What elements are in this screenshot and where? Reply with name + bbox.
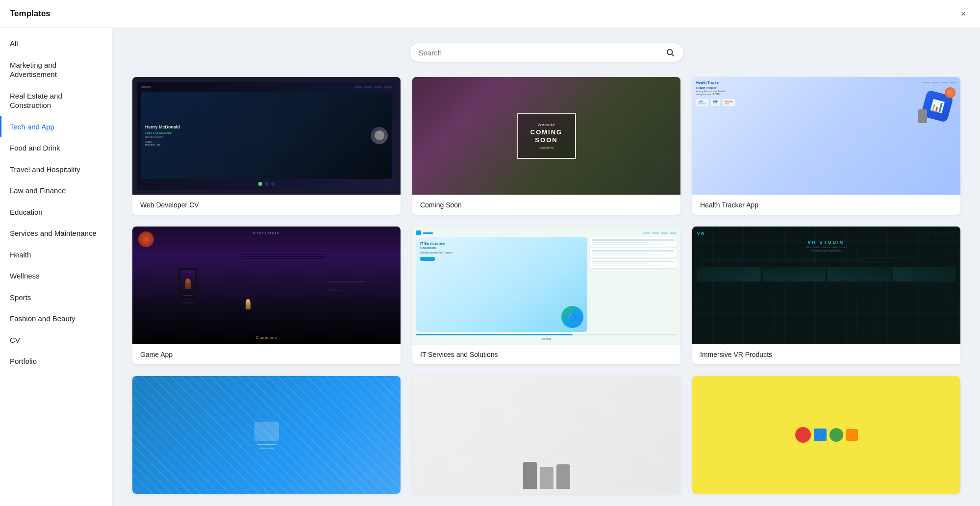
- template-card-it-services[interactable]: IT Services andSolutions Cannabis provid…: [412, 227, 680, 364]
- template-card-health-tracker[interactable]: Health Tracker Health Tracker Among the …: [692, 77, 960, 215]
- main-content: Henry McDonald Front-End Developer Based…: [113, 28, 980, 506]
- sidebar-item-tech[interactable]: Tech and App: [0, 116, 112, 138]
- sidebar-item-health[interactable]: Health: [0, 244, 112, 266]
- sidebar-item-fashion[interactable]: Fashion and Beauty: [0, 308, 112, 329]
- sidebar-item-food[interactable]: Food and Drink: [0, 137, 112, 159]
- search-icon: [666, 48, 675, 57]
- template-thumbnail-coming-soon: Website COMINGSOON Stay tuned: [412, 77, 680, 195]
- search-bar: [409, 43, 684, 62]
- sidebar-item-portfolio[interactable]: Portfolio: [0, 351, 112, 372]
- sidebar-item-sports[interactable]: Sports: [0, 287, 112, 308]
- modal-header: Templates ×: [0, 0, 980, 28]
- sidebar-item-wellness[interactable]: Wellness: [0, 265, 112, 287]
- search-bar-container: [132, 43, 960, 62]
- modal-title: Templates: [10, 9, 50, 19]
- template-thumbnail-web-dev-cv: Henry McDonald Front-End Developer Based…: [132, 77, 401, 195]
- svg-point-0: [667, 50, 673, 55]
- sidebar-item-real-estate[interactable]: Real Estate and Construction: [0, 85, 112, 116]
- template-name-it-services: IT Services and Solutions: [412, 344, 680, 364]
- template-name-coming-soon: Coming Soon: [412, 195, 680, 215]
- template-name-health-tracker: Health Tracker App: [692, 195, 960, 215]
- template-thumbnail-it-services: IT Services andSolutions Cannabis provid…: [412, 227, 680, 344]
- sidebar-item-cv[interactable]: CV: [0, 329, 112, 351]
- sidebar-item-law[interactable]: Law and Finance: [0, 180, 112, 202]
- sidebar: AllMarketing and AdvertisementReal Estat…: [0, 28, 113, 506]
- template-card-bottom-3[interactable]: [692, 376, 960, 494]
- modal-body: AllMarketing and AdvertisementReal Estat…: [0, 28, 980, 506]
- sidebar-item-services[interactable]: Services and Maintenance: [0, 223, 112, 244]
- template-card-game-app[interactable]: Characters: [132, 227, 401, 364]
- template-thumbnail-game-app: Characters: [132, 227, 401, 344]
- template-card-coming-soon[interactable]: Website COMINGSOON Stay tuned Coming Soo…: [412, 77, 680, 215]
- search-button[interactable]: [666, 48, 675, 57]
- template-thumbnail-bottom-1: [132, 376, 401, 494]
- template-card-bottom-1[interactable]: [132, 376, 401, 494]
- template-thumbnail-health-tracker: Health Tracker Health Tracker Among the …: [692, 77, 960, 195]
- template-name-game-app: Game App: [132, 344, 401, 364]
- sidebar-item-travel[interactable]: Travel and Hospitality: [0, 159, 112, 180]
- sidebar-item-marketing[interactable]: Marketing and Advertisement: [0, 54, 112, 85]
- templates-modal: Templates × AllMarketing and Advertiseme…: [0, 0, 980, 506]
- template-thumbnail-bottom-2: [412, 376, 680, 494]
- template-card-web-dev-cv[interactable]: Henry McDonald Front-End Developer Based…: [132, 77, 401, 215]
- template-card-bottom-2[interactable]: [412, 376, 680, 494]
- template-name-vr-products: Immersive VR Products: [692, 344, 960, 364]
- template-card-vr-products[interactable]: VR VR STUDIO VR is a way to create the r…: [692, 227, 960, 364]
- sidebar-item-education[interactable]: Education: [0, 202, 112, 223]
- sidebar-item-all[interactable]: All: [0, 33, 112, 54]
- svg-line-1: [672, 54, 674, 56]
- template-thumbnail-vr-products: VR VR STUDIO VR is a way to create the r…: [692, 227, 960, 344]
- template-thumbnail-bottom-3: [692, 376, 960, 494]
- templates-grid: Henry McDonald Front-End Developer Based…: [132, 77, 960, 494]
- close-button[interactable]: ×: [956, 7, 970, 21]
- search-input[interactable]: [419, 49, 666, 57]
- template-name-web-dev-cv: Web Developer CV: [132, 195, 401, 215]
